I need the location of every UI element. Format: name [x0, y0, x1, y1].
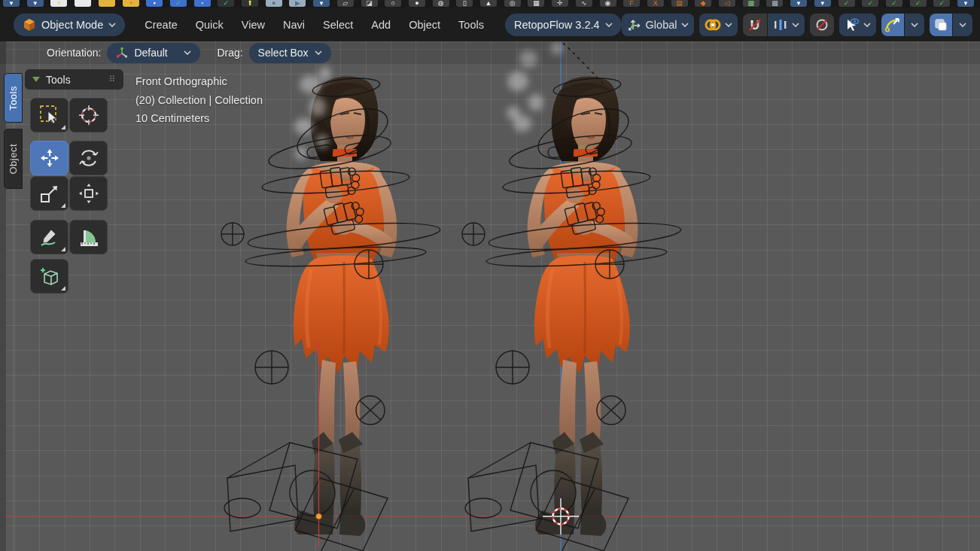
menu-tools[interactable]: Tools [449, 14, 493, 35]
cube-icon [23, 18, 36, 32]
render-animation-icon[interactable]: ▶ [289, 0, 306, 7]
menu-add[interactable]: Add [362, 14, 400, 35]
menu-select[interactable]: Select [314, 14, 362, 35]
tool-select-box-button[interactable] [30, 98, 68, 132]
tool-transform-button[interactable] [69, 176, 108, 211]
tool-measure-button[interactable] [69, 220, 108, 254]
folder-open-icon[interactable] [99, 0, 115, 7]
menu-navi[interactable]: Navi [274, 14, 314, 35]
gizmos-group [881, 14, 924, 36]
collection-icon[interactable]: ▤ [671, 0, 688, 7]
export-icon[interactable]: ⬆ [242, 0, 258, 7]
speaker-icon[interactable]: ◁ [719, 0, 735, 7]
sidebar-tab-tools[interactable]: Tools [4, 73, 23, 123]
top-toolbar-strip: ▾▾+◔▪✓▪✓⬆●▶▾▱◪○●◍▯▲◎▦✛∿◉FX▤◆◁▩▩▾▾✓✓✓✓✓▾ [0, 0, 980, 8]
menu-quick[interactable]: Quick [187, 14, 233, 35]
dropdown-icon[interactable]: ▾ [27, 0, 44, 7]
gizmos-toggle-button[interactable] [881, 14, 904, 36]
check-3-icon[interactable]: ✓ [886, 0, 902, 7]
drag-mode-dropdown[interactable]: Select Box [249, 43, 331, 63]
mesh-cylinder-icon[interactable]: ▯ [456, 0, 473, 7]
measure-icon [78, 226, 100, 248]
mesh-cone-icon[interactable]: ▲ [480, 0, 497, 7]
grip-handle-icon[interactable]: ⠿ [109, 75, 116, 84]
proportional-editing-button[interactable] [810, 14, 834, 36]
save-copy-icon[interactable]: ▪ [194, 0, 211, 7]
dropdown-icon[interactable]: ▾ [3, 0, 20, 7]
tool-annotate-button[interactable] [30, 220, 68, 254]
file-blank-icon[interactable] [75, 0, 91, 7]
dropdown-icon[interactable]: ▾ [814, 0, 831, 7]
mesh-cube-icon[interactable]: ◪ [361, 0, 378, 7]
overlays-group [930, 14, 972, 36]
tool-move-button[interactable] [30, 141, 68, 175]
tool-cursor-button[interactable] [69, 98, 108, 132]
drag-field-label: Drag: [217, 47, 242, 59]
snapping-toggle-button[interactable] [743, 14, 767, 36]
check-1-icon[interactable]: ✓ [838, 0, 855, 7]
collapse-triangle-icon[interactable] [32, 77, 40, 82]
save-incremental-icon[interactable]: ✓ [170, 0, 187, 7]
tools-panel-header[interactable]: Tools ⠿ [25, 69, 123, 90]
dropdown-icon[interactable]: ▾ [313, 0, 330, 7]
chevron-down-icon [681, 23, 689, 27]
menu-object[interactable]: Object [400, 14, 449, 35]
mesh-circle-icon[interactable]: ○ [385, 0, 401, 7]
select-box-icon [38, 104, 61, 126]
object-visibility-dropdown[interactable] [839, 14, 876, 36]
empty-axes-icon[interactable]: ✛ [552, 0, 568, 7]
chevron-down-icon [605, 23, 613, 27]
cursor-eye-icon [845, 17, 860, 32]
mesh-grid-icon[interactable]: ▦ [528, 0, 544, 7]
axis-gnomon-icon [116, 47, 128, 59]
drag-value: Select Box [258, 47, 309, 59]
retopoflow-label: RetopoFlow 3.2.4 [514, 19, 600, 31]
image-icon[interactable]: ▩ [743, 0, 759, 7]
curve-icon[interactable]: ∿ [576, 0, 592, 7]
folder-recent-icon[interactable]: ◔ [123, 0, 139, 7]
chevron-down-icon [863, 23, 871, 27]
gizmos-dropdown[interactable] [905, 14, 924, 36]
mesh-torus-icon[interactable]: ◎ [504, 0, 521, 7]
header-right-cluster: Global [622, 14, 980, 36]
check-5-icon[interactable]: ✓ [933, 0, 950, 7]
save-icon[interactable]: ▪ [146, 0, 163, 7]
collection-text: (20) Collection | Collection [135, 91, 263, 110]
tool-add-cube-button[interactable] [30, 259, 68, 294]
font-f-icon[interactable]: F [623, 0, 640, 7]
dropdown-icon[interactable]: ▾ [957, 0, 974, 7]
camera-icon[interactable]: ◆ [695, 0, 711, 7]
orientation-default-dropdown[interactable]: Default [107, 43, 200, 63]
import-icon[interactable]: ✓ [218, 0, 234, 7]
chevron-down-icon [959, 23, 966, 27]
file-new-icon[interactable]: + [50, 0, 67, 7]
object-origin-dot[interactable] [316, 513, 322, 519]
monkey-icon[interactable]: ◉ [600, 0, 616, 7]
tool-scale-button[interactable] [30, 176, 68, 211]
mesh-plane-icon[interactable]: ▱ [337, 0, 354, 7]
overlays-dropdown[interactable] [953, 14, 972, 36]
mesh-ico-sphere-icon[interactable]: ◍ [433, 0, 449, 7]
pivot-point-dropdown[interactable] [699, 14, 738, 36]
check-4-icon[interactable]: ✓ [910, 0, 927, 7]
annotate-icon [38, 226, 61, 248]
mode-selector-button[interactable]: Object Mode [14, 14, 125, 36]
menu-create[interactable]: Create [135, 14, 187, 35]
scale-text: 10 Centimeters [135, 109, 263, 128]
overlays-toggle-button[interactable] [930, 14, 952, 36]
render-image-icon[interactable]: ● [266, 0, 282, 7]
character-model-right[interactable] [528, 77, 638, 536]
check-2-icon[interactable]: ✓ [862, 0, 878, 7]
menu-view[interactable]: View [233, 14, 274, 35]
snap-target-dropdown[interactable] [768, 14, 805, 36]
transform-orientation-dropdown[interactable]: Global [622, 14, 694, 36]
orientation-value: Default [134, 47, 178, 59]
sidebar-tab-object[interactable]: Object [4, 129, 23, 189]
mesh-uv-sphere-icon[interactable]: ● [409, 0, 425, 7]
retopoflow-button[interactable]: RetopoFlow 3.2.4 [505, 14, 622, 36]
tool-rotate-button[interactable] [69, 141, 108, 175]
character-model-left[interactable] [287, 77, 397, 536]
background-icon[interactable]: ▩ [766, 0, 783, 7]
dropdown-icon[interactable]: ▾ [790, 0, 807, 7]
font-x-icon[interactable]: X [647, 0, 664, 7]
